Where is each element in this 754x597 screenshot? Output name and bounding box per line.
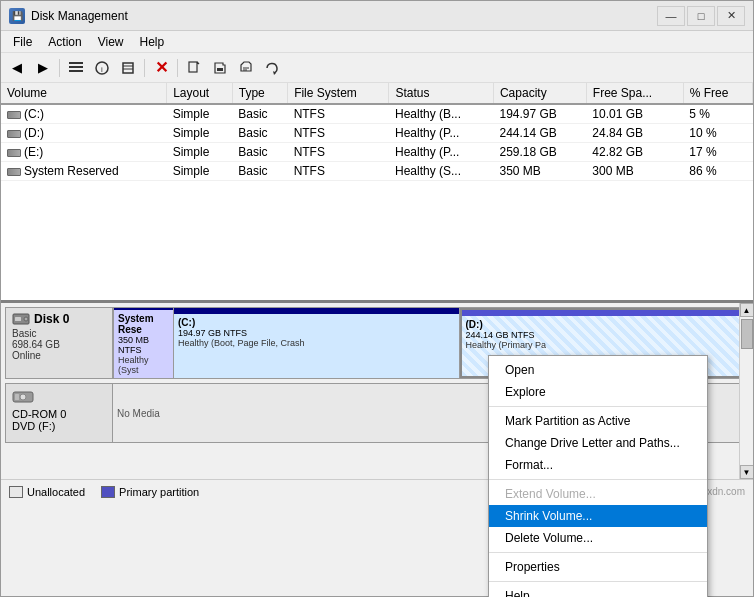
svg-rect-11 — [217, 68, 223, 71]
cell-fs: NTFS — [288, 124, 389, 143]
svg-text:i: i — [101, 65, 103, 74]
cell-status: Healthy (S... — [389, 162, 493, 181]
main-window: 💾 Disk Management — □ ✕ File Action View… — [0, 0, 754, 597]
ctx-sep-4 — [489, 581, 707, 582]
col-volume[interactable]: Volume — [1, 83, 167, 104]
part-name: (D:) — [466, 319, 743, 330]
cell-type: Basic — [232, 104, 287, 124]
partition-system-reserved[interactable]: System Rese 350 MB NTFS Healthy (Syst — [114, 308, 174, 378]
ctx-sep-3 — [489, 552, 707, 553]
svg-rect-1 — [69, 66, 83, 68]
scroll-up[interactable]: ▲ — [740, 303, 754, 317]
disk-icon — [7, 149, 21, 157]
part-size: 244.14 GB NTFS — [466, 330, 743, 340]
ctx-sep-2 — [489, 479, 707, 480]
ctx-format[interactable]: Format... — [489, 454, 707, 476]
toolbar-btn-3[interactable] — [64, 57, 88, 79]
table-row[interactable]: (D:) Simple Basic NTFS Healthy (P... 244… — [1, 124, 753, 143]
part-name: System Rese — [118, 313, 169, 335]
scroll-down[interactable]: ▼ — [740, 465, 754, 479]
cell-type: Basic — [232, 124, 287, 143]
table-row[interactable]: (E:) Simple Basic NTFS Healthy (P... 259… — [1, 143, 753, 162]
minimize-button[interactable]: — — [657, 6, 685, 26]
disk0-status: Online — [12, 350, 106, 361]
menu-file[interactable]: File — [5, 33, 40, 51]
cd-name: CD-ROM 0 — [12, 408, 66, 420]
col-capacity[interactable]: Capacity — [493, 83, 586, 104]
partition-header — [462, 310, 747, 316]
ctx-properties[interactable]: Properties — [489, 556, 707, 578]
menu-help[interactable]: Help — [132, 33, 173, 51]
toolbar-btn-7[interactable] — [182, 57, 206, 79]
forward-button[interactable]: ▶ — [31, 57, 55, 79]
volume-table-panel: Volume Layout Type File System Status Ca… — [1, 83, 753, 303]
part-status: Healthy (Boot, Page File, Crash — [178, 338, 455, 348]
scroll-thumb[interactable] — [741, 319, 753, 349]
menu-action[interactable]: Action — [40, 33, 89, 51]
ctx-extend-volume[interactable]: Extend Volume... — [489, 483, 707, 505]
cell-fs: NTFS — [288, 143, 389, 162]
toolbar-btn-4[interactable]: i — [90, 57, 114, 79]
cell-layout: Simple — [167, 162, 233, 181]
title-bar-left: 💾 Disk Management — [9, 8, 128, 24]
cell-layout: Simple — [167, 124, 233, 143]
delete-button[interactable]: ✕ — [149, 57, 173, 79]
ctx-sep-1 — [489, 406, 707, 407]
cell-layout: Simple — [167, 104, 233, 124]
menu-bar: File Action View Help — [1, 31, 753, 53]
part-size: 350 MB NTFS — [118, 335, 169, 355]
part-status: Healthy (Syst — [118, 355, 169, 375]
toolbar-btn-5[interactable] — [116, 57, 140, 79]
cd-drive: DVD (F:) — [12, 420, 55, 432]
toolbar-btn-9[interactable] — [234, 57, 258, 79]
legend-box-primary — [101, 486, 115, 498]
partition-c[interactable]: (C:) 194.97 GB NTFS Healthy (Boot, Page … — [174, 308, 460, 378]
ctx-open[interactable]: Open — [489, 359, 707, 381]
col-status[interactable]: Status — [389, 83, 493, 104]
app-icon: 💾 — [9, 8, 25, 24]
col-layout[interactable]: Layout — [167, 83, 233, 104]
right-scrollbar[interactable]: ▲ ▼ — [739, 303, 753, 479]
ctx-delete-volume[interactable]: Delete Volume... — [489, 527, 707, 549]
cell-fs: NTFS — [288, 162, 389, 181]
maximize-button[interactable]: □ — [687, 6, 715, 26]
title-bar: 💾 Disk Management — □ ✕ — [1, 1, 753, 31]
cell-pct: 86 % — [683, 162, 752, 181]
svg-point-16 — [24, 317, 28, 321]
toolbar-separator-3 — [177, 59, 178, 77]
cell-free: 10.01 GB — [586, 104, 683, 124]
toolbar-separator-2 — [144, 59, 145, 77]
cell-free: 24.84 GB — [586, 124, 683, 143]
ctx-shrink-volume[interactable]: Shrink Volume... — [489, 505, 707, 527]
cell-volume: System Reserved — [1, 162, 167, 181]
cell-pct: 10 % — [683, 124, 752, 143]
cell-capacity: 194.97 GB — [493, 104, 586, 124]
toolbar-separator-1 — [59, 59, 60, 77]
ctx-help[interactable]: Help — [489, 585, 707, 597]
disk-icon — [7, 111, 21, 119]
ctx-change-letter[interactable]: Change Drive Letter and Paths... — [489, 432, 707, 454]
refresh-button[interactable] — [260, 57, 284, 79]
svg-rect-20 — [15, 394, 19, 400]
ctx-explore[interactable]: Explore — [489, 381, 707, 403]
ctx-mark-active[interactable]: Mark Partition as Active — [489, 410, 707, 432]
cell-pct: 17 % — [683, 143, 752, 162]
toolbar-btn-8[interactable] — [208, 57, 232, 79]
col-freespace[interactable]: Free Spa... — [586, 83, 683, 104]
legend-box-unallocated — [9, 486, 23, 498]
col-pctfree[interactable]: % Free — [683, 83, 752, 104]
menu-view[interactable]: View — [90, 33, 132, 51]
svg-point-19 — [20, 394, 26, 400]
close-button[interactable]: ✕ — [717, 6, 745, 26]
cell-status: Healthy (B... — [389, 104, 493, 124]
table-row[interactable]: (C:) Simple Basic NTFS Healthy (B... 194… — [1, 104, 753, 124]
col-type[interactable]: Type — [232, 83, 287, 104]
svg-rect-0 — [69, 62, 83, 64]
back-button[interactable]: ◀ — [5, 57, 29, 79]
cell-capacity: 350 MB — [493, 162, 586, 181]
disk-icon — [7, 130, 21, 138]
table-row[interactable]: System Reserved Simple Basic NTFS Health… — [1, 162, 753, 181]
disk-icon — [7, 168, 21, 176]
col-filesystem[interactable]: File System — [288, 83, 389, 104]
cell-type: Basic — [232, 143, 287, 162]
